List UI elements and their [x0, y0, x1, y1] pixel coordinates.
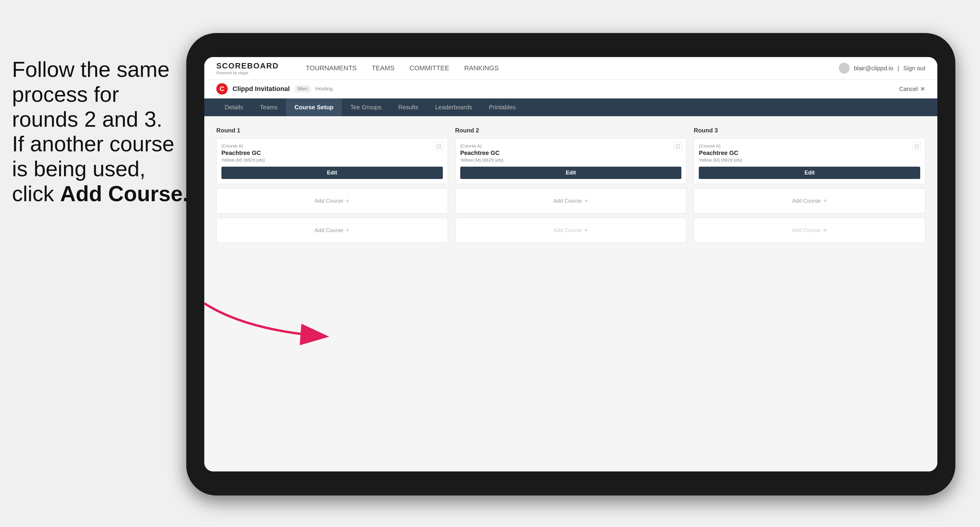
round-1-title: Round 1	[216, 127, 448, 134]
round-1-column: Round 1 (Course A) Peachtree GC Yellow (…	[216, 127, 448, 247]
tablet-screen: SCOREBOARD Powered by clippd TOURNAMENTS…	[204, 57, 937, 471]
round-3-course-card: (Course A) Peachtree GC Yellow (M) (6629…	[694, 138, 925, 184]
round-1-course-label: (Course A)	[221, 143, 443, 148]
rounds-grid: Round 1 (Course A) Peachtree GC Yellow (…	[216, 127, 925, 247]
round-3-course-label: (Course A)	[699, 143, 920, 148]
round-2-course-label: (Course A)	[460, 143, 682, 148]
round-2-course-name: Peachtree GC	[460, 149, 682, 156]
add-course-label: Add Course	[792, 198, 821, 204]
tab-results[interactable]: Results	[390, 98, 426, 116]
tab-teams[interactable]: Teams	[251, 98, 286, 116]
round-3-title: Round 3	[694, 127, 925, 134]
tab-details[interactable]: Details	[216, 98, 251, 116]
avatar	[839, 63, 850, 73]
plus-icon: +	[345, 197, 349, 205]
round-1-course-name: Peachtree GC	[221, 149, 443, 156]
round-3-delete-icon[interactable]: ⊡	[912, 142, 921, 151]
logo-scoreboard: SCOREBOARD	[216, 61, 279, 71]
nav-rankings[interactable]: RANKINGS	[464, 64, 499, 72]
instruction-line6: click	[12, 182, 60, 206]
add-course-label: Add Course	[554, 227, 582, 233]
plus-icon: +	[823, 197, 827, 205]
round-2-add-course-1[interactable]: Add Course +	[455, 188, 687, 214]
close-icon: ✕	[920, 85, 925, 92]
round-2-course-tee: Yellow (M) (6629 yds)	[460, 157, 682, 162]
round-1-add-course-1[interactable]: Add Course +	[216, 188, 448, 214]
instruction-line5: is being used,	[12, 157, 145, 181]
instruction-line2: process for	[12, 82, 119, 106]
top-nav: SCOREBOARD Powered by clippd TOURNAMENTS…	[204, 57, 937, 79]
logo-sub: Powered by clippd	[216, 71, 279, 75]
round-3-edit-button[interactable]: Edit	[699, 167, 920, 179]
hosting-badge: Hosting	[315, 86, 333, 92]
nav-links: TOURNAMENTS TEAMS COMMITTEE RANKINGS	[306, 64, 821, 72]
round-2-column: Round 2 (Course A) Peachtree GC Yellow (…	[455, 127, 687, 247]
instruction-line1: Follow the same	[12, 57, 169, 81]
round-3-add-course-2: Add Course +	[694, 218, 925, 243]
round-3-add-course-1[interactable]: Add Course +	[694, 188, 925, 214]
user-email: blair@clippd.io	[854, 65, 893, 72]
round-2-edit-button[interactable]: Edit	[460, 167, 682, 179]
add-course-label: Add Course	[315, 227, 343, 233]
round-3-column: Round 3 (Course A) Peachtree GC Yellow (…	[694, 127, 925, 247]
instruction-bold: Add Course.	[60, 182, 189, 206]
add-course-label: Add Course	[792, 227, 821, 233]
tournament-bar: C Clippd Invitational Men Hosting Cancel…	[204, 79, 937, 98]
tournament-name: Clippd Invitational	[232, 85, 290, 93]
plus-icon: +	[584, 226, 588, 234]
tournament-gender: Men	[295, 85, 311, 92]
tournament-logo: C	[216, 83, 228, 95]
tab-printables[interactable]: Printables	[481, 98, 524, 116]
cancel-button[interactable]: Cancel ✕	[899, 85, 925, 92]
round-1-course-tee: Yellow (M) (6629 yds)	[221, 157, 443, 162]
nav-tournaments[interactable]: TOURNAMENTS	[306, 64, 357, 72]
round-1-course-card: (Course A) Peachtree GC Yellow (M) (6629…	[216, 138, 448, 184]
separator: |	[897, 65, 899, 72]
add-course-label: Add Course	[554, 198, 582, 204]
nav-right: blair@clippd.io | Sign out	[839, 63, 925, 73]
tournament-info: C Clippd Invitational Men Hosting	[216, 83, 332, 95]
plus-icon: +	[345, 226, 349, 234]
round-1-edit-button[interactable]: Edit	[221, 167, 443, 179]
round-2-course-card: (Course A) Peachtree GC Yellow (M) (6629…	[455, 138, 687, 184]
round-3-course-name: Peachtree GC	[699, 149, 920, 156]
tab-course-setup[interactable]: Course Setup	[286, 98, 342, 116]
plus-icon: +	[823, 226, 827, 234]
round-1-delete-icon[interactable]: ⊡	[435, 142, 444, 151]
nav-committee[interactable]: COMMITTEE	[409, 64, 449, 72]
tab-leaderboards[interactable]: Leaderboards	[426, 98, 480, 116]
round-2-delete-icon[interactable]: ⊡	[674, 142, 682, 151]
instruction-line4: If another course	[12, 132, 174, 156]
plus-icon: +	[584, 197, 588, 205]
tab-bar: Details Teams Course Setup Tee Groups Re…	[204, 98, 937, 116]
sign-out-link[interactable]: Sign out	[904, 65, 925, 72]
tablet-device: SCOREBOARD Powered by clippd TOURNAMENTS…	[186, 33, 955, 495]
tab-tee-groups[interactable]: Tee Groups	[342, 98, 390, 116]
logo-area: SCOREBOARD Powered by clippd	[216, 61, 279, 75]
round-3-course-tee: Yellow (M) (6629 yds)	[699, 157, 920, 162]
add-course-label: Add Course	[315, 198, 343, 204]
main-content: Round 1 (Course A) Peachtree GC Yellow (…	[204, 116, 937, 471]
nav-teams[interactable]: TEAMS	[372, 64, 395, 72]
instruction-line3: rounds 2 and 3.	[12, 107, 162, 131]
round-2-add-course-2: Add Course +	[455, 218, 687, 243]
round-2-title: Round 2	[455, 127, 687, 134]
round-1-add-course-2[interactable]: Add Course +	[216, 218, 448, 243]
